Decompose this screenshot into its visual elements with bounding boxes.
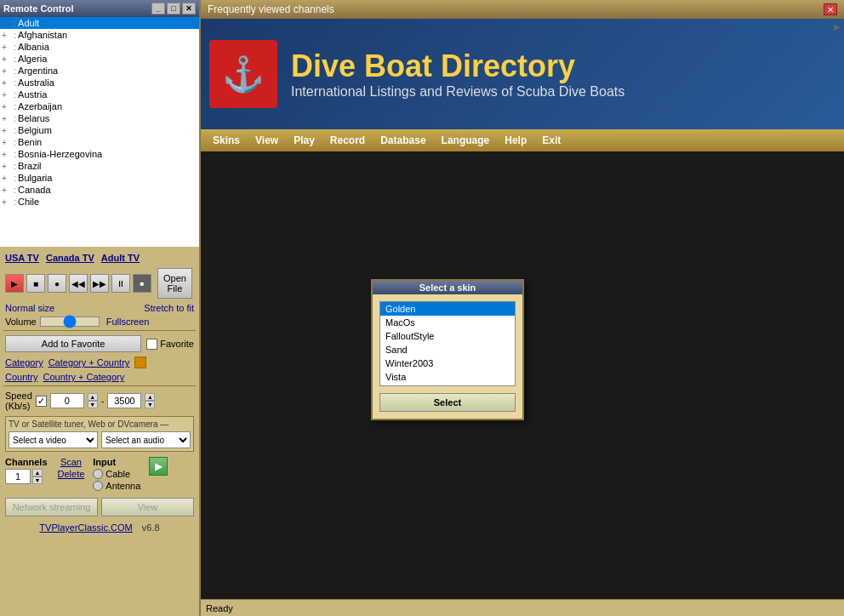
skin-item-sand[interactable]: Sand xyxy=(380,343,515,356)
spin-down[interactable]: ▼ xyxy=(88,401,98,408)
network-streaming-button[interactable]: Network streaming xyxy=(5,498,98,516)
favorite-checkbox[interactable] xyxy=(146,339,157,350)
adult-tv-link[interactable]: Adult TV xyxy=(101,253,140,263)
channel-item[interactable]: + : Algeria xyxy=(0,53,199,65)
channel-item[interactable]: + : Australia xyxy=(0,77,199,88)
menu-play[interactable]: Play xyxy=(287,133,322,148)
expand-icon[interactable]: + xyxy=(2,31,12,40)
website-link[interactable]: TVPlayerClassic.COM xyxy=(39,522,132,533)
channel-item[interactable]: + : Canada xyxy=(0,184,199,196)
expand-icon[interactable]: + xyxy=(2,90,12,100)
category-country-link[interactable]: Category + Country xyxy=(48,357,130,368)
expand-icon[interactable]: + xyxy=(2,66,12,76)
main-close-button[interactable]: ✕ xyxy=(824,3,837,15)
expand-icon[interactable]: + xyxy=(2,19,12,28)
spin-up2[interactable]: ▲ xyxy=(145,393,155,401)
menu-exit[interactable]: Exit xyxy=(535,133,567,148)
channel-item[interactable]: + : Argentina xyxy=(0,65,199,77)
channel-item[interactable]: + : Azerbaijan xyxy=(0,100,199,112)
category-link[interactable]: Category xyxy=(5,357,43,368)
skin-item-macos[interactable]: MacOs xyxy=(380,316,515,329)
stop2-button[interactable]: ■ xyxy=(133,274,151,293)
favorite-checkbox-group[interactable]: Favorite xyxy=(146,339,194,350)
cable-radio[interactable] xyxy=(93,469,103,479)
channel-item[interactable]: + : Benin xyxy=(0,136,199,148)
speed-max-spinner[interactable]: ▲ ▼ xyxy=(145,393,155,408)
add-favorite-button[interactable]: Add to Favorite xyxy=(5,335,141,352)
speed-min-input[interactable] xyxy=(50,393,84,408)
menu-database[interactable]: Database xyxy=(374,133,432,148)
channel-item-adult[interactable]: + : Adult xyxy=(0,17,199,29)
stretch-to-fit-link[interactable]: Stretch to fit xyxy=(144,303,194,313)
scan-button[interactable]: Scan xyxy=(58,457,85,467)
speed-checkbox[interactable]: ✓ xyxy=(36,396,47,407)
minimize-button[interactable]: _ xyxy=(151,3,165,14)
menu-language[interactable]: Language xyxy=(435,133,497,148)
channel-item[interactable]: + : Afghanistan xyxy=(0,29,199,41)
menu-skins[interactable]: Skins xyxy=(206,133,247,148)
channel-spinner[interactable]: ▲ ▼ xyxy=(32,469,43,484)
expand-icon[interactable]: + xyxy=(2,138,12,147)
channel-item[interactable]: + : Belgium xyxy=(0,124,199,136)
maximize-button[interactable]: □ xyxy=(167,3,180,14)
expand-icon[interactable]: + xyxy=(2,43,12,52)
open-file-button[interactable]: OpenFile xyxy=(157,268,192,299)
menu-view[interactable]: View xyxy=(248,133,285,148)
close-button[interactable]: ✕ xyxy=(182,3,196,14)
fullscreen-link[interactable]: Fullscreen xyxy=(106,317,150,327)
record-button[interactable]: ● xyxy=(48,274,66,293)
forward-button[interactable]: ▶▶ xyxy=(90,274,109,293)
channel-number-input[interactable] xyxy=(5,469,31,484)
skin-list[interactable]: Golden MacOs FalloutStyle Sand Winter200… xyxy=(379,301,516,386)
antenna-radio[interactable] xyxy=(93,481,103,491)
country-link[interactable]: Country xyxy=(5,372,38,382)
play-button[interactable]: ▶ xyxy=(5,274,24,293)
menu-record[interactable]: Record xyxy=(323,133,372,148)
channel-play-button[interactable]: ▶ xyxy=(149,457,168,476)
expand-icon[interactable]: + xyxy=(2,102,12,111)
audio-select[interactable]: Select an audio xyxy=(101,431,191,448)
skin-item-vista[interactable]: Vista xyxy=(380,370,515,384)
channel-list-inner[interactable]: + : Adult + : Afghanistan + : Albania + … xyxy=(0,17,199,247)
menu-help[interactable]: Help xyxy=(498,133,533,148)
channel-item[interactable]: + : Bulgaria xyxy=(0,172,199,184)
speed-max-input[interactable] xyxy=(107,393,141,408)
usa-tv-link[interactable]: USA TV xyxy=(5,253,39,263)
channel-item[interactable]: + : Austria xyxy=(0,88,199,100)
channel-item[interactable]: + : Albania xyxy=(0,41,199,53)
ch-spin-up[interactable]: ▲ xyxy=(32,469,43,476)
rewind-button[interactable]: ◀◀ xyxy=(69,274,88,293)
expand-icon[interactable]: + xyxy=(2,126,12,135)
view-button[interactable]: View xyxy=(101,498,194,516)
delete-button[interactable]: Delete xyxy=(58,469,85,479)
expand-icon[interactable]: + xyxy=(2,197,12,207)
normal-size-link[interactable]: Normal size xyxy=(5,303,54,313)
canada-tv-link[interactable]: Canada TV xyxy=(46,253,94,263)
video-select[interactable]: Select a video xyxy=(9,431,98,448)
category-icon[interactable] xyxy=(134,356,146,368)
expand-icon[interactable]: + xyxy=(2,185,12,195)
channel-item[interactable]: + : Bosnia-Herzegovina xyxy=(0,148,199,160)
spin-down2[interactable]: ▼ xyxy=(145,401,155,408)
ch-spin-down[interactable]: ▼ xyxy=(32,476,43,484)
stop-button[interactable]: ■ xyxy=(26,274,45,293)
channel-item[interactable]: + : Brazil xyxy=(0,160,199,172)
speed-min-spinner[interactable]: ▲ ▼ xyxy=(88,393,98,408)
country-category-link[interactable]: Country + Category xyxy=(43,372,125,382)
spin-up[interactable]: ▲ xyxy=(88,393,98,401)
channel-item-chile[interactable]: + : Chile xyxy=(0,196,199,208)
skin-item-golden[interactable]: Golden xyxy=(380,302,515,316)
skin-item-xpluna[interactable]: XPLuna xyxy=(380,384,515,386)
expand-icon[interactable]: + xyxy=(2,54,12,64)
expand-icon[interactable]: + xyxy=(2,162,12,171)
skin-select-button[interactable]: Select xyxy=(379,393,516,412)
pause-button[interactable]: ⏸ xyxy=(111,274,130,293)
expand-icon[interactable]: + xyxy=(2,78,12,88)
expand-icon[interactable]: + xyxy=(2,174,12,183)
skin-item-falloutstyle[interactable]: FalloutStyle xyxy=(380,329,515,343)
skin-item-winter2003[interactable]: Winter2003 xyxy=(380,356,515,370)
expand-icon[interactable]: + xyxy=(2,114,12,123)
expand-icon[interactable]: + xyxy=(2,150,12,159)
channel-item[interactable]: + : Belarus xyxy=(0,112,199,124)
volume-slider[interactable] xyxy=(40,317,100,327)
